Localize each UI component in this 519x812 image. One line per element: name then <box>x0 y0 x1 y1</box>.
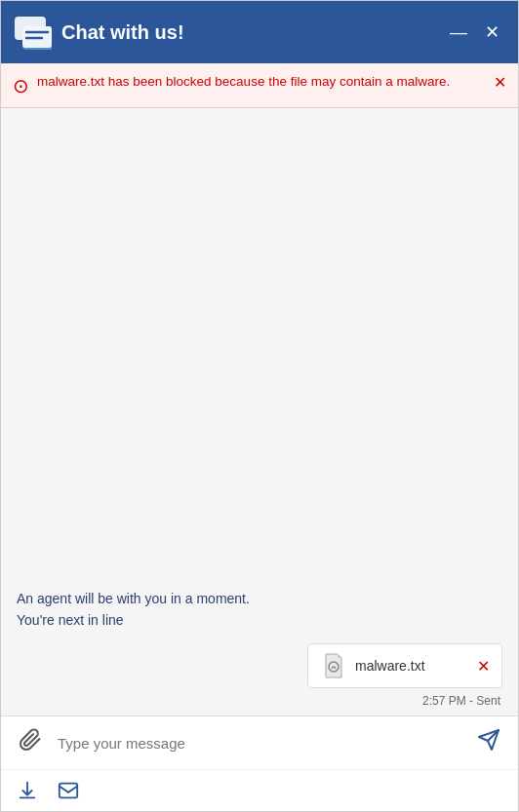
email-icon <box>58 780 79 801</box>
email-button[interactable] <box>58 780 79 801</box>
message-timestamp: 2:57 PM - Sent <box>17 694 502 708</box>
svg-rect-6 <box>60 784 77 798</box>
download-icon <box>17 780 38 801</box>
warning-banner: ⊙ malware.txt has been blocked because t… <box>1 63 518 108</box>
queue-message: You're next in line <box>17 612 502 628</box>
message-input[interactable] <box>50 731 469 755</box>
remove-attachment-button[interactable]: ✕ <box>477 657 490 676</box>
send-icon <box>477 728 500 752</box>
download-button[interactable] <box>17 780 38 801</box>
chat-icon <box>13 13 52 52</box>
attach-button[interactable] <box>11 728 50 757</box>
warning-text: malware.txt has been blocked because the… <box>37 73 490 92</box>
bottom-toolbar <box>1 769 518 811</box>
chat-area: An agent will be with you in a moment. Y… <box>1 108 518 715</box>
warning-close-button[interactable]: ✕ <box>494 73 506 92</box>
attachment-bubble: malware.txt ✕ <box>307 643 502 688</box>
input-area <box>1 715 518 769</box>
send-button[interactable] <box>469 728 508 757</box>
file-icon <box>320 652 347 679</box>
paperclip-icon <box>19 728 42 752</box>
warning-icon: ⊙ <box>13 74 29 97</box>
attachment-area: malware.txt ✕ <box>17 643 502 688</box>
minimize-button[interactable]: — <box>444 18 473 47</box>
chat-spacer <box>17 124 502 591</box>
attachment-filename: malware.txt <box>355 658 469 674</box>
close-window-button[interactable]: ✕ <box>477 18 506 47</box>
window-title: Chat with us! <box>61 21 440 44</box>
titlebar: Chat with us! — ✕ <box>1 1 518 63</box>
chat-window: Chat with us! — ✕ ⊙ malware.txt has been… <box>0 0 519 812</box>
agent-message: An agent will be with you in a moment. <box>17 591 502 606</box>
